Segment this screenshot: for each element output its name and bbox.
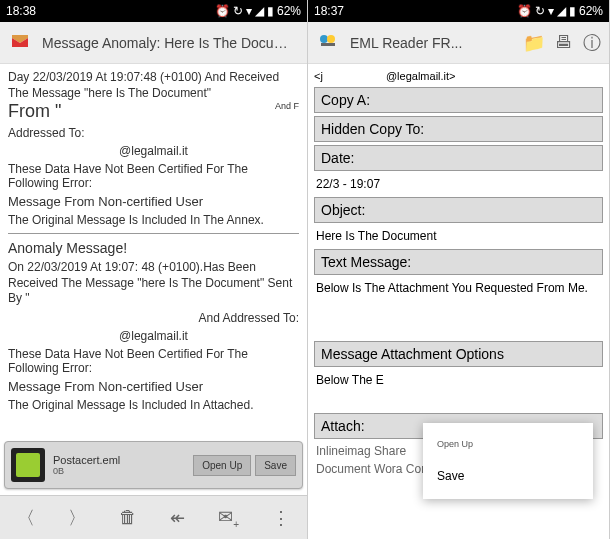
- app-logo-icon: [8, 29, 32, 57]
- header-title: Message Anomaly: Here Is The Document: [42, 35, 299, 51]
- menu-open[interactable]: Open Up: [423, 429, 593, 459]
- signal-icon: ◢: [255, 5, 264, 17]
- hidden-copy-field[interactable]: Hidden Copy To:: [314, 116, 603, 142]
- wifi-icon: ▾: [548, 5, 554, 17]
- print-icon[interactable]: 🖶: [555, 32, 573, 53]
- battery-icon: ▮: [267, 5, 274, 17]
- anomaly-heading: Anomaly Message!: [8, 240, 299, 256]
- info-icon[interactable]: ⓘ: [583, 31, 601, 55]
- wifi-icon: ▾: [246, 5, 252, 17]
- status-bar-right: 18:37 ⏰ ↻ ▾ ◢ ▮ 62%: [308, 0, 609, 22]
- below-e-text: Below The E: [314, 370, 603, 390]
- battery-icon: ▮: [569, 5, 576, 17]
- header-title-r: EML Reader FR...: [350, 35, 513, 51]
- from-email-line: <j @legalmail.it>: [314, 68, 603, 84]
- more-icon[interactable]: ⋮: [272, 507, 290, 529]
- trash-icon[interactable]: 🗑: [119, 507, 137, 528]
- noncert-user-2: Message From Non-certified User: [8, 379, 299, 394]
- message-body-text: Below Is The Attachment You Requested Fr…: [314, 278, 603, 298]
- cert-error-2: These Data Have Not Been Certified For T…: [8, 347, 299, 375]
- bottom-toolbar: 〈 〉 🗑 ↞ ✉+ ⋮: [0, 495, 307, 539]
- copy-field[interactable]: Copy A:: [314, 87, 603, 113]
- recipient-email-2: @legalmail.it: [8, 329, 299, 343]
- addressed-to-2: And Addressed To:: [8, 311, 299, 325]
- noncert-user-text: Message From Non-certified User: [8, 194, 299, 209]
- menu-save[interactable]: Save: [423, 459, 593, 493]
- file-icon: [11, 448, 45, 482]
- cert-error-text: These Data Have Not Been Certified For T…: [8, 162, 299, 190]
- battery-pct-r: 62%: [579, 4, 603, 18]
- attachment-options-field[interactable]: Message Attachment Options: [314, 341, 603, 367]
- svg-rect-2: [321, 43, 335, 46]
- attachment-card[interactable]: Postacert.eml 0B Open Up Save: [4, 441, 303, 489]
- app-logo-icon: [316, 29, 340, 57]
- app-header-left: Message Anomaly: Here Is The Document: [0, 22, 307, 64]
- reply-all-icon[interactable]: ↞: [170, 507, 185, 529]
- status-bar-left: 18:38 ⏰ ↻ ▾ ◢ ▮ 62%: [0, 0, 307, 22]
- next-icon[interactable]: 〉: [68, 506, 86, 530]
- on-date-text: On 22/03/2019 At 19:07: 48 (+0100).Has B…: [8, 260, 299, 307]
- annex-text: The Original Message Is Included In The …: [8, 213, 299, 227]
- from-label: From ": [8, 101, 61, 121]
- prev-icon[interactable]: 〈: [17, 506, 35, 530]
- object-value: Here Is The Document: [314, 226, 603, 246]
- eml-content: <j @legalmail.it> Copy A: Hidden Copy To…: [308, 64, 609, 539]
- recipient-email: @legalmail.it: [8, 144, 299, 158]
- addressed-to-label: Addressed To:: [8, 126, 299, 140]
- alarm-icon: ⏰: [215, 5, 230, 17]
- attachment-info: Postacert.eml 0B: [53, 454, 189, 476]
- and-f-text: And F: [275, 101, 299, 111]
- alarm-icon: ⏰: [517, 5, 532, 17]
- text-message-field[interactable]: Text Message:: [314, 249, 603, 275]
- date-field[interactable]: Date:: [314, 145, 603, 171]
- folder-icon[interactable]: 📁: [523, 32, 545, 54]
- save-attachment-button[interactable]: Save: [255, 455, 296, 476]
- sync-icon: ↻: [535, 5, 545, 17]
- battery-pct: 62%: [277, 4, 301, 18]
- svg-point-0: [320, 35, 328, 43]
- compose-icon[interactable]: ✉+: [218, 506, 239, 530]
- status-icons: ⏰ ↻ ▾ ◢ ▮ 62%: [215, 4, 301, 18]
- object-field[interactable]: Object:: [314, 197, 603, 223]
- open-attachment-button[interactable]: Open Up: [193, 455, 251, 476]
- context-menu: Open Up Save: [423, 423, 593, 499]
- attachment-size: 0B: [53, 466, 189, 476]
- signal-icon: ◢: [557, 5, 566, 17]
- status-icons-r: ⏰ ↻ ▾ ◢ ▮ 62%: [517, 4, 603, 18]
- received-line: Day 22/03/2019 At 19:07:48 (+0100) And R…: [8, 70, 299, 101]
- divider: [8, 233, 299, 234]
- date-value: 22/3 - 19:07: [314, 174, 603, 194]
- sync-icon: ↻: [233, 5, 243, 17]
- attached-text: The Original Message Is Included In Atta…: [8, 398, 299, 412]
- attachment-name: Postacert.eml: [53, 454, 189, 466]
- message-content: Day 22/03/2019 At 19:07:48 (+0100) And R…: [0, 64, 307, 539]
- status-time: 18:38: [6, 4, 215, 18]
- svg-point-1: [327, 35, 335, 43]
- app-header-right: EML Reader FR... 📁 🖶 ⓘ: [308, 22, 609, 64]
- status-time-r: 18:37: [314, 4, 517, 18]
